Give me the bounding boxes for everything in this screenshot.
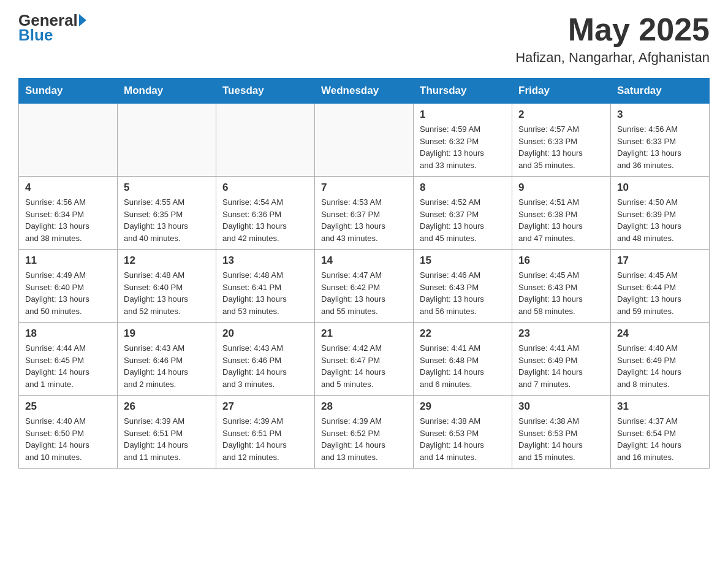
calendar-cell (19, 104, 118, 177)
day-info: Sunrise: 4:44 AM Sunset: 6:45 PM Dayligh… (25, 342, 111, 390)
calendar-cell: 8Sunrise: 4:52 AM Sunset: 6:37 PM Daylig… (414, 177, 512, 250)
day-info: Sunrise: 4:40 AM Sunset: 6:49 PM Dayligh… (617, 342, 703, 390)
day-info: Sunrise: 4:38 AM Sunset: 6:53 PM Dayligh… (518, 415, 604, 463)
day-number: 25 (25, 400, 111, 413)
calendar-cell: 7Sunrise: 4:53 AM Sunset: 6:37 PM Daylig… (315, 177, 414, 250)
day-info: Sunrise: 4:41 AM Sunset: 6:48 PM Dayligh… (420, 342, 506, 390)
calendar-cell: 10Sunrise: 4:50 AM Sunset: 6:39 PM Dayli… (611, 177, 710, 250)
day-info: Sunrise: 4:47 AM Sunset: 6:42 PM Dayligh… (321, 269, 407, 317)
calendar-cell: 13Sunrise: 4:48 AM Sunset: 6:41 PM Dayli… (216, 250, 315, 323)
day-info: Sunrise: 4:57 AM Sunset: 6:33 PM Dayligh… (518, 123, 604, 171)
day-info: Sunrise: 4:41 AM Sunset: 6:49 PM Dayligh… (518, 342, 604, 390)
calendar-cell: 26Sunrise: 4:39 AM Sunset: 6:51 PM Dayli… (118, 396, 216, 469)
day-info: Sunrise: 4:51 AM Sunset: 6:38 PM Dayligh… (518, 196, 604, 244)
day-info: Sunrise: 4:39 AM Sunset: 6:52 PM Dayligh… (321, 415, 407, 463)
day-info: Sunrise: 4:39 AM Sunset: 6:51 PM Dayligh… (222, 415, 308, 463)
day-number: 12 (124, 255, 210, 267)
day-number: 18 (25, 327, 111, 340)
calendar-cell: 16Sunrise: 4:45 AM Sunset: 6:43 PM Dayli… (512, 250, 611, 323)
day-info: Sunrise: 4:55 AM Sunset: 6:35 PM Dayligh… (124, 196, 210, 244)
calendar-cell: 11Sunrise: 4:49 AM Sunset: 6:40 PM Dayli… (19, 250, 118, 323)
logo-arrow-icon (79, 14, 86, 26)
calendar-cell: 17Sunrise: 4:45 AM Sunset: 6:44 PM Dayli… (611, 250, 710, 323)
calendar-week-1: 1Sunrise: 4:59 AM Sunset: 6:32 PM Daylig… (19, 104, 710, 177)
day-info: Sunrise: 4:48 AM Sunset: 6:41 PM Dayligh… (222, 269, 308, 317)
day-info: Sunrise: 4:56 AM Sunset: 6:33 PM Dayligh… (617, 123, 703, 171)
calendar-cell: 19Sunrise: 4:43 AM Sunset: 6:46 PM Dayli… (118, 323, 216, 396)
calendar-cell: 2Sunrise: 4:57 AM Sunset: 6:33 PM Daylig… (512, 104, 611, 177)
calendar-cell: 27Sunrise: 4:39 AM Sunset: 6:51 PM Dayli… (216, 396, 315, 469)
day-number: 9 (518, 182, 604, 194)
calendar-cell: 14Sunrise: 4:47 AM Sunset: 6:42 PM Dayli… (315, 250, 414, 323)
page-header: General Blue May 2025 Hafizan, Nangarhar… (18, 12, 710, 66)
day-info: Sunrise: 4:37 AM Sunset: 6:54 PM Dayligh… (617, 415, 703, 463)
calendar-cell: 3Sunrise: 4:56 AM Sunset: 6:33 PM Daylig… (611, 104, 710, 177)
calendar-cell: 1Sunrise: 4:59 AM Sunset: 6:32 PM Daylig… (414, 104, 512, 177)
day-info: Sunrise: 4:40 AM Sunset: 6:50 PM Dayligh… (25, 415, 111, 463)
day-info: Sunrise: 4:50 AM Sunset: 6:39 PM Dayligh… (617, 196, 703, 244)
day-number: 23 (518, 327, 604, 340)
day-info: Sunrise: 4:49 AM Sunset: 6:40 PM Dayligh… (25, 269, 111, 317)
calendar-cell: 18Sunrise: 4:44 AM Sunset: 6:45 PM Dayli… (19, 323, 118, 396)
day-info: Sunrise: 4:59 AM Sunset: 6:32 PM Dayligh… (420, 123, 506, 171)
day-number: 28 (321, 400, 407, 413)
calendar-cell: 25Sunrise: 4:40 AM Sunset: 6:50 PM Dayli… (19, 396, 118, 469)
day-info: Sunrise: 4:42 AM Sunset: 6:47 PM Dayligh… (321, 342, 407, 390)
calendar-cell: 20Sunrise: 4:43 AM Sunset: 6:46 PM Dayli… (216, 323, 315, 396)
calendar-cell (315, 104, 414, 177)
day-info: Sunrise: 4:45 AM Sunset: 6:43 PM Dayligh… (518, 269, 604, 317)
day-number: 11 (25, 255, 111, 267)
day-number: 17 (617, 255, 703, 267)
day-number: 20 (222, 327, 308, 340)
weekday-header-sunday: Sunday (19, 79, 118, 104)
weekday-header-saturday: Saturday (611, 79, 710, 104)
logo-blue: Blue (18, 26, 86, 45)
weekday-header-thursday: Thursday (414, 79, 512, 104)
calendar-cell (216, 104, 315, 177)
calendar-cell (118, 104, 216, 177)
day-number: 3 (617, 109, 703, 121)
calendar-cell: 9Sunrise: 4:51 AM Sunset: 6:38 PM Daylig… (512, 177, 611, 250)
weekday-header-tuesday: Tuesday (216, 79, 315, 104)
calendar-cell: 28Sunrise: 4:39 AM Sunset: 6:52 PM Dayli… (315, 396, 414, 469)
calendar-cell: 22Sunrise: 4:41 AM Sunset: 6:48 PM Dayli… (414, 323, 512, 396)
calendar-body: 1Sunrise: 4:59 AM Sunset: 6:32 PM Daylig… (19, 104, 710, 469)
calendar-header: SundayMondayTuesdayWednesdayThursdayFrid… (19, 79, 710, 104)
calendar-cell: 30Sunrise: 4:38 AM Sunset: 6:53 PM Dayli… (512, 396, 611, 469)
day-number: 14 (321, 255, 407, 267)
calendar-cell: 4Sunrise: 4:56 AM Sunset: 6:34 PM Daylig… (19, 177, 118, 250)
calendar-cell: 5Sunrise: 4:55 AM Sunset: 6:35 PM Daylig… (118, 177, 216, 250)
day-info: Sunrise: 4:48 AM Sunset: 6:40 PM Dayligh… (124, 269, 210, 317)
day-info: Sunrise: 4:39 AM Sunset: 6:51 PM Dayligh… (124, 415, 210, 463)
calendar-table: SundayMondayTuesdayWednesdayThursdayFrid… (18, 78, 710, 469)
day-info: Sunrise: 4:43 AM Sunset: 6:46 PM Dayligh… (222, 342, 308, 390)
calendar-cell: 31Sunrise: 4:37 AM Sunset: 6:54 PM Dayli… (611, 396, 710, 469)
day-number: 19 (124, 327, 210, 340)
calendar-cell: 24Sunrise: 4:40 AM Sunset: 6:49 PM Dayli… (611, 323, 710, 396)
logo: General Blue (18, 12, 86, 45)
day-number: 1 (420, 109, 506, 121)
calendar-week-3: 11Sunrise: 4:49 AM Sunset: 6:40 PM Dayli… (19, 250, 710, 323)
day-number: 31 (617, 400, 703, 413)
calendar-cell: 6Sunrise: 4:54 AM Sunset: 6:36 PM Daylig… (216, 177, 315, 250)
day-info: Sunrise: 4:45 AM Sunset: 6:44 PM Dayligh… (617, 269, 703, 317)
day-number: 10 (617, 182, 703, 194)
calendar-week-4: 18Sunrise: 4:44 AM Sunset: 6:45 PM Dayli… (19, 323, 710, 396)
month-title: May 2025 (515, 12, 710, 47)
weekday-header-row: SundayMondayTuesdayWednesdayThursdayFrid… (19, 79, 710, 104)
day-number: 15 (420, 255, 506, 267)
weekday-header-friday: Friday (512, 79, 611, 104)
day-info: Sunrise: 4:38 AM Sunset: 6:53 PM Dayligh… (420, 415, 506, 463)
day-info: Sunrise: 4:56 AM Sunset: 6:34 PM Dayligh… (25, 196, 111, 244)
calendar-week-5: 25Sunrise: 4:40 AM Sunset: 6:50 PM Dayli… (19, 396, 710, 469)
calendar-cell: 29Sunrise: 4:38 AM Sunset: 6:53 PM Dayli… (414, 396, 512, 469)
day-number: 4 (25, 182, 111, 194)
calendar-cell: 21Sunrise: 4:42 AM Sunset: 6:47 PM Dayli… (315, 323, 414, 396)
day-number: 27 (222, 400, 308, 413)
calendar-week-2: 4Sunrise: 4:56 AM Sunset: 6:34 PM Daylig… (19, 177, 710, 250)
day-number: 24 (617, 327, 703, 340)
day-number: 8 (420, 182, 506, 194)
location-title: Hafizan, Nangarhar, Afghanistan (515, 50, 710, 66)
calendar-cell: 12Sunrise: 4:48 AM Sunset: 6:40 PM Dayli… (118, 250, 216, 323)
day-info: Sunrise: 4:43 AM Sunset: 6:46 PM Dayligh… (124, 342, 210, 390)
